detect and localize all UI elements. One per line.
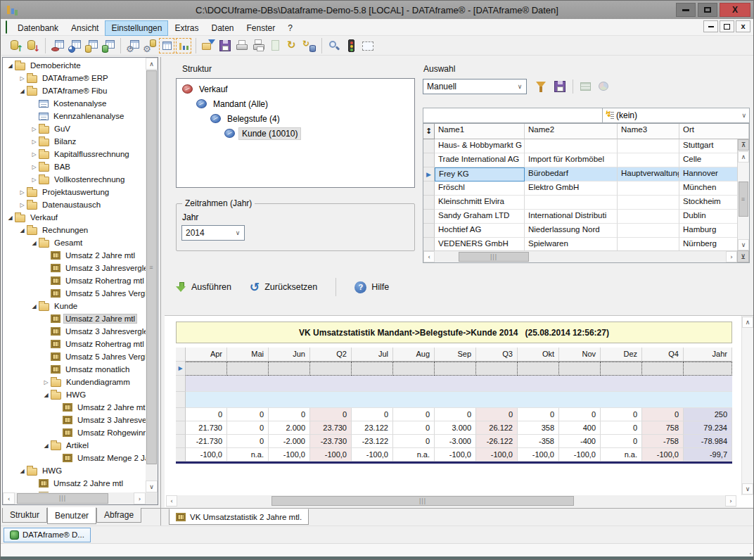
row-selector[interactable] — [176, 408, 186, 421]
document-tab[interactable]: VK Umsatzstatistik 2 Jahre mtl. — [169, 509, 309, 525]
row-selector[interactable] — [176, 376, 186, 392]
auswahl-mode-select[interactable]: Manuell ∨ — [423, 79, 527, 94]
print-icon[interactable] — [234, 38, 250, 53]
expand-icon[interactable]: ▷ — [30, 139, 39, 145]
minimize-button[interactable] — [676, 3, 696, 17]
customer-cell[interactable]: International Distributi — [525, 210, 618, 224]
menu-item-fenster[interactable]: Fenster — [241, 20, 282, 36]
customer-row[interactable]: FröschlElektro GmbHMünchen — [423, 182, 749, 196]
tree-item[interactable]: ◢Rechnungen — [3, 224, 146, 236]
row-selector[interactable] — [176, 392, 186, 408]
maximize-button[interactable] — [698, 3, 717, 17]
tree-item[interactable]: Umsatz 5 Jahres Vergl — [3, 287, 146, 300]
selection-icon[interactable] — [360, 38, 376, 53]
row-selector[interactable] — [176, 421, 186, 435]
results-cell[interactable]: -99,7 — [684, 448, 732, 462]
collapse-icon[interactable]: ◢ — [6, 215, 15, 221]
collapse-icon[interactable]: ◢ — [18, 227, 27, 234]
row-selector[interactable] — [423, 182, 435, 196]
results-cell[interactable]: -358 — [518, 435, 559, 448]
results-cell[interactable]: -100,0 — [559, 448, 601, 462]
scroll-down-button[interactable]: ∨ — [146, 481, 158, 492]
customer-cell[interactable] — [618, 224, 679, 238]
collapse-icon[interactable]: ◢ — [41, 392, 51, 398]
tree-item[interactable]: ◢HWG — [3, 388, 146, 401]
results-row-current[interactable]: ▶ — [176, 362, 732, 376]
row-selector[interactable] — [176, 435, 186, 448]
row-selector[interactable] — [423, 153, 435, 167]
scrollbar-thumb[interactable]: ≡ — [739, 182, 748, 217]
results-cell[interactable] — [227, 362, 269, 376]
results-row-data[interactable]: 21.73002.00023.73023.12203.00026.1223584… — [176, 421, 732, 435]
results-cell[interactable]: -21.730 — [186, 435, 227, 448]
scroll-left-button[interactable]: ‹ — [166, 495, 177, 507]
results-cell[interactable]: -100,0 — [186, 448, 227, 462]
expand-icon[interactable]: ▷ — [30, 151, 39, 158]
customer-grid-horizontal-scrollbar[interactable]: ‹ ||| › — [423, 250, 737, 262]
mdi-close-button[interactable]: x — [736, 20, 750, 32]
scroll-up-button[interactable]: ∧ — [738, 151, 749, 163]
execute-button[interactable]: Ausführen — [176, 281, 231, 293]
collapse-icon[interactable]: ◢ — [30, 303, 39, 310]
column-header-jul[interactable]: Jul — [352, 348, 393, 362]
results-cell[interactable] — [393, 362, 435, 376]
results-cell[interactable]: 0 — [227, 421, 269, 435]
customer-cell[interactable] — [618, 238, 679, 252]
column-header-mai[interactable]: Mai — [227, 348, 269, 362]
customer-cell[interactable]: Haus- & Hobbymarkt G — [435, 139, 525, 153]
collapse-icon[interactable]: ◢ — [41, 443, 51, 449]
tree-item[interactable]: Umsatz 3 Jahresvergle — [3, 325, 146, 338]
results-cell[interactable]: 0 — [642, 408, 684, 421]
tab-benutzer[interactable]: Benutzer — [47, 507, 96, 524]
expand-icon[interactable]: ▷ — [30, 177, 39, 183]
column-header-apr[interactable]: Apr — [186, 348, 227, 362]
save-icon[interactable] — [217, 38, 233, 53]
column-header-aug[interactable]: Aug — [393, 348, 435, 362]
expand-icon[interactable]: ▷ — [18, 75, 27, 82]
settings-table-icon[interactable] — [125, 38, 141, 53]
customer-cell[interactable]: VEDENERS GmbH — [435, 238, 525, 252]
results-row-data[interactable]: -100,0n.a.-100,0-100,0-100,0n.a.-100,0-1… — [176, 448, 732, 462]
scrollbar-thumb[interactable]: ||| — [271, 496, 574, 506]
results-cell[interactable]: n.a. — [227, 448, 269, 462]
export-database-icon[interactable] — [25, 38, 41, 53]
customer-cell[interactable]: Hochtief AG — [435, 224, 525, 238]
scrollbar-thumb[interactable]: ||| — [459, 252, 529, 262]
results-cell[interactable]: 758 — [642, 421, 684, 435]
tree-item[interactable]: Umsatz Rohertrag mtl — [3, 338, 146, 350]
results-cell[interactable]: 0 — [476, 408, 518, 421]
mdi-restore-button[interactable] — [720, 20, 734, 32]
customer-cell[interactable] — [525, 196, 618, 210]
row-selector[interactable] — [176, 448, 186, 462]
scroll-down-button[interactable]: ∨ — [738, 239, 749, 250]
results-cell[interactable]: 0 — [310, 408, 352, 421]
results-cell[interactable] — [476, 362, 518, 376]
results-cell[interactable]: -23.122 — [352, 435, 393, 448]
results-cell[interactable]: 0 — [227, 408, 269, 421]
zoom-icon[interactable] — [326, 38, 342, 53]
tree-item[interactable]: Umsatz 2 Jahre mtl — [3, 312, 146, 325]
row-selector[interactable] — [423, 238, 435, 252]
results-row-data[interactable]: -21.7300-2.000-23.730-23.1220-3.000-26.1… — [176, 435, 732, 448]
tree-item[interactable]: Umsatz Menge 2 Ja — [3, 452, 146, 464]
results-cell[interactable]: 0 — [559, 408, 601, 421]
customer-cell[interactable] — [618, 139, 679, 153]
results-cell[interactable] — [352, 362, 393, 376]
column-header-q3[interactable]: Q3 — [476, 348, 518, 362]
jahr-select[interactable]: 2014 ∨ — [181, 225, 245, 241]
results-cell[interactable]: 358 — [518, 421, 559, 435]
menu-item-ansicht[interactable]: Ansicht — [65, 20, 105, 36]
results-cell[interactable]: 250 — [684, 408, 732, 421]
results-cell[interactable]: 0 — [601, 408, 642, 421]
scroll-right-button[interactable]: › — [726, 251, 737, 262]
tab-struktur[interactable]: Struktur — [2, 508, 47, 523]
row-selector[interactable] — [423, 210, 435, 224]
customer-cell[interactable]: Sandy Graham LTD — [435, 210, 525, 224]
results-cell[interactable]: 0 — [352, 408, 393, 421]
customer-cell[interactable] — [618, 196, 679, 210]
expand-icon[interactable]: ▷ — [18, 189, 27, 196]
results-cell[interactable]: -78.984 — [684, 435, 732, 448]
tree-item[interactable]: ◢Verkauf — [3, 211, 146, 224]
results-cell[interactable]: -400 — [559, 435, 601, 448]
menu-item-datenbank[interactable]: Datenbank — [11, 20, 65, 36]
